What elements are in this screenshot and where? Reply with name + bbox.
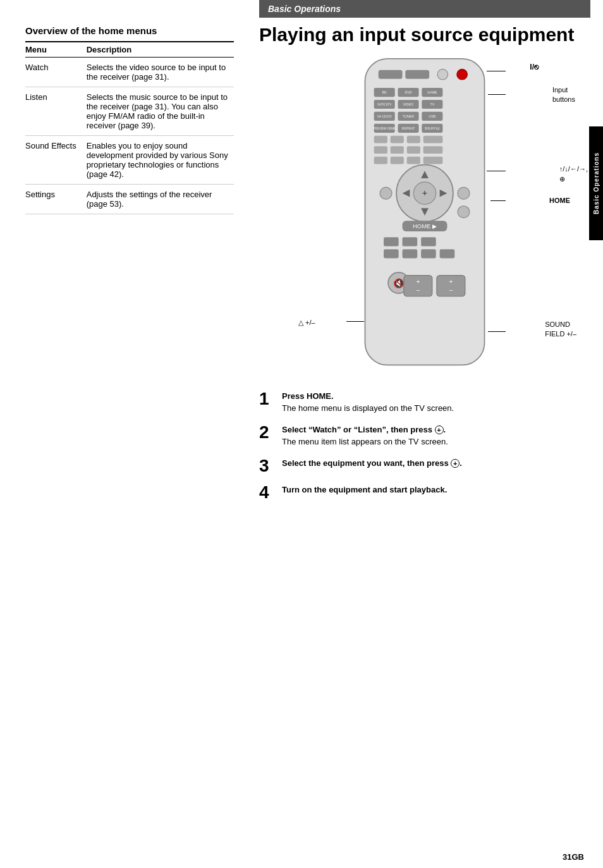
- left-section-title: Overview of the home menus: [25, 25, 234, 36]
- svg-rect-27: [407, 156, 420, 164]
- svg-rect-42: [403, 237, 418, 246]
- svg-rect-2: [405, 70, 429, 78]
- svg-text:−: −: [449, 286, 453, 293]
- svg-text:TUNER: TUNER: [403, 114, 414, 118]
- line-input-buttons: [488, 94, 506, 95]
- svg-rect-47: [440, 249, 455, 258]
- svg-text:TV: TV: [430, 102, 434, 106]
- svg-text:SAT/CATV: SAT/CATV: [377, 103, 392, 106]
- svg-text:BD: BD: [382, 90, 387, 94]
- svg-point-36: [380, 187, 392, 199]
- step-content: Select “Watch” or “Listen”, then press +…: [282, 424, 448, 448]
- svg-text:DVD: DVD: [405, 90, 411, 94]
- svg-rect-41: [384, 237, 399, 246]
- svg-rect-21: [374, 146, 387, 154]
- step-text: The home menu is displayed on the TV scr…: [282, 402, 454, 415]
- step-number: 1: [259, 390, 276, 408]
- step-content: Turn on the equipment and start playback…: [282, 484, 447, 496]
- menu-name: Settings: [25, 185, 87, 214]
- left-column: Overview of the home menus Menu Descript…: [0, 0, 247, 868]
- svg-point-38: [458, 205, 470, 217]
- svg-rect-19: [407, 135, 420, 143]
- svg-text:🔇: 🔇: [393, 278, 405, 289]
- svg-text:REPEAT: REPEAT: [402, 126, 416, 130]
- line-nav: [487, 171, 506, 171]
- line-power: [487, 71, 506, 71]
- annotation-nav: ↑/↓/←/→,⊕: [559, 164, 588, 185]
- line-sound-field: [488, 331, 506, 332]
- table-row: Sound EffectsEnables you to enjoy sound …: [25, 136, 234, 185]
- col1-header: Menu: [25, 42, 87, 58]
- table-row: WatchSelects the video source to be inpu…: [25, 58, 234, 87]
- step-item: 2Select “Watch” or “Listen”, then press …: [259, 424, 590, 448]
- svg-point-3: [437, 69, 448, 80]
- svg-text:SHUFFLE: SHUFFLE: [425, 126, 441, 130]
- step-number: 4: [259, 484, 276, 501]
- svg-text:+: +: [416, 277, 420, 284]
- table-row: SettingsAdjusts the settings of the rece…: [25, 185, 234, 214]
- step-item: 3Select the equipment you want, then pre…: [259, 457, 590, 475]
- svg-rect-44: [384, 249, 399, 258]
- step-number: 3: [259, 457, 276, 475]
- circle-plus-icon: +: [451, 459, 460, 468]
- right-column: Basic Operations Playing an input source…: [247, 0, 603, 868]
- svg-point-37: [458, 187, 470, 199]
- annotation-sound-field: SOUNDFIELD +/–: [545, 320, 576, 339]
- menu-description: Enables you to enjoy sound development p…: [87, 136, 234, 185]
- step-bold: Select “Watch” or “Listen”, then press +…: [282, 425, 446, 434]
- step-bold: Press HOME.: [282, 391, 334, 401]
- svg-text:GAME: GAME: [427, 90, 437, 94]
- svg-point-4: [457, 69, 468, 80]
- page-heading: Playing an input source equipment: [259, 24, 590, 46]
- line-home: [490, 200, 506, 201]
- svg-rect-1: [379, 70, 403, 78]
- svg-rect-45: [403, 249, 418, 258]
- col2-header: Description: [87, 42, 234, 58]
- steps: 1Press HOME.The home menu is displayed o…: [259, 390, 590, 501]
- side-tab: Basic Operations: [589, 126, 603, 240]
- step-bold: Select the equipment you want, then pres…: [282, 458, 462, 468]
- circle-plus-icon: +: [435, 425, 444, 434]
- menu-description: Selects the music source to be input to …: [87, 87, 234, 136]
- svg-rect-26: [391, 156, 404, 164]
- line-volume: [346, 321, 364, 322]
- page-container: Overview of the home menus Menu Descript…: [0, 0, 603, 868]
- svg-rect-17: [374, 135, 387, 143]
- step-number: 2: [259, 424, 276, 441]
- svg-rect-25: [374, 156, 387, 164]
- annotation-home: HOME: [549, 197, 570, 204]
- svg-rect-46: [421, 249, 436, 258]
- annotation-volume: △ +/–: [298, 319, 315, 327]
- step-item: 4Turn on the equipment and start playbac…: [259, 484, 590, 501]
- menu-description: Selects the video source to be input to …: [87, 58, 234, 87]
- svg-text:VIDEO: VIDEO: [403, 102, 413, 106]
- menu-description: Adjusts the settings of the receiver (pa…: [87, 185, 234, 214]
- step-content: Select the equipment you want, then pres…: [282, 457, 462, 470]
- svg-text:+: +: [449, 277, 453, 284]
- svg-text:SA-CD/CD: SA-CD/CD: [377, 115, 392, 118]
- svg-text:+: +: [422, 188, 427, 198]
- remote-wrap: + HOME ▶: [317, 55, 532, 384]
- svg-rect-20: [423, 135, 443, 143]
- section-banner: Basic Operations: [259, 0, 590, 18]
- svg-text:USB: USB: [429, 114, 436, 118]
- svg-rect-28: [423, 156, 443, 164]
- svg-text:PREVIEW HOME: PREVIEW HOME: [373, 127, 395, 130]
- remote-svg: + HOME ▶: [317, 55, 532, 384]
- menu-table: Menu Description WatchSelects the video …: [25, 41, 234, 214]
- svg-text:−: −: [416, 286, 420, 293]
- step-item: 1Press HOME.The home menu is displayed o…: [259, 390, 590, 415]
- svg-rect-43: [421, 237, 436, 246]
- svg-text:HOME ▶: HOME ▶: [413, 223, 437, 229]
- svg-rect-18: [391, 135, 404, 143]
- step-content: Press HOME.The home menu is displayed on…: [282, 390, 454, 415]
- menu-name: Watch: [25, 58, 87, 87]
- svg-rect-22: [391, 146, 404, 154]
- remote-diagram: + HOME ▶: [259, 55, 590, 384]
- page-number: 31GB: [563, 852, 584, 862]
- menu-name: Listen: [25, 87, 87, 136]
- menu-name: Sound Effects: [25, 136, 87, 185]
- svg-rect-23: [407, 146, 420, 154]
- step-text: The menu item list appears on the TV scr…: [282, 436, 448, 448]
- annotation-input-buttons: Inputbuttons: [552, 85, 575, 105]
